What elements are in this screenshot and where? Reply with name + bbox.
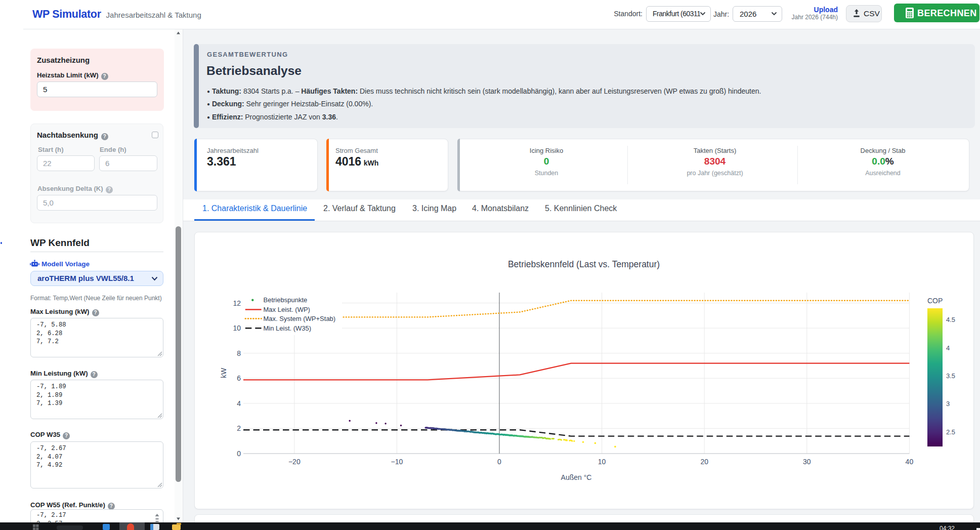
svg-text:12: 12 [233,299,241,307]
svg-text:10: 10 [598,458,606,466]
svg-text:COP: COP [927,297,943,305]
svg-text:Betriebspunkte: Betriebspunkte [264,296,308,304]
svg-text:Max. System (WP+Stab): Max. System (WP+Stab) [264,315,336,322]
svg-text:Betriebskennfeld (Last vs. Tem: Betriebskennfeld (Last vs. Temperatur) [508,259,660,269]
svg-text:Min Leist. (W35): Min Leist. (W35) [264,324,312,332]
svg-text:2.5: 2.5 [946,428,955,436]
svg-text:3: 3 [946,400,950,407]
svg-text:4: 4 [946,344,950,352]
svg-text:4.5: 4.5 [946,316,955,323]
svg-text:−10: −10 [391,458,403,466]
svg-text:0: 0 [497,458,501,466]
svg-text:6: 6 [237,374,241,382]
svg-text:8: 8 [237,349,241,357]
svg-text:0: 0 [237,450,241,458]
svg-text:Außen °C: Außen °C [561,473,592,481]
svg-text:Max Leist. (WP): Max Leist. (WP) [264,306,310,313]
svg-text:30: 30 [803,458,811,466]
svg-text:20: 20 [700,458,708,466]
svg-text:4: 4 [237,399,241,407]
svg-text:40: 40 [906,458,914,466]
svg-text:−20: −20 [288,458,301,466]
svg-text:10: 10 [233,324,241,332]
svg-text:2: 2 [237,424,241,432]
svg-text:kW: kW [220,368,228,378]
svg-text:3.5: 3.5 [946,372,955,380]
